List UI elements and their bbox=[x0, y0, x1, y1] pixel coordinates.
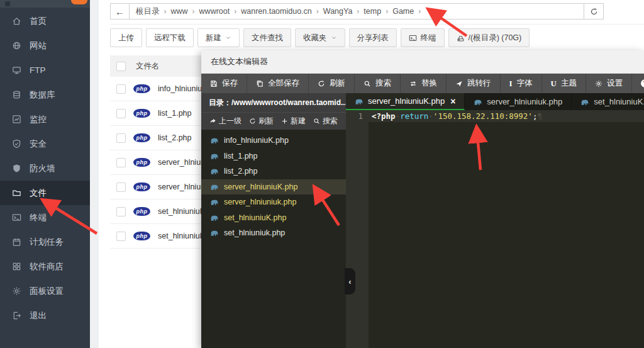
row-checkbox[interactable] bbox=[116, 158, 126, 167]
search-button[interactable]: 搜索 bbox=[355, 74, 401, 93]
file-name[interactable]: list_2.php bbox=[158, 133, 192, 142]
settings-button[interactable]: 设置 bbox=[586, 74, 632, 93]
database-icon bbox=[12, 90, 21, 99]
breadcrumb-bar: ← 根目录› www› wwwroot› wanren.taomiduo.cn›… bbox=[110, 3, 604, 20]
editor-body: 目录：/www/wwwroot/wanren.taomid... 上一级 刷新 … bbox=[201, 93, 644, 348]
breadcrumb: 根目录› www› wwwroot› wanren.taomiduo.cn› W… bbox=[130, 3, 584, 20]
favorites-button[interactable]: 收藏夹 bbox=[295, 28, 345, 47]
tree-file-item[interactable]: list_2.php bbox=[201, 164, 346, 179]
refresh-icon bbox=[249, 118, 256, 125]
tree-file-item[interactable]: info_hlniuniuK.php bbox=[201, 133, 346, 149]
breadcrumb-item[interactable]: wwwroot bbox=[199, 7, 230, 16]
tree-collapse-handle[interactable]: ‹ bbox=[345, 268, 355, 295]
refresh-button[interactable] bbox=[584, 3, 604, 20]
back-button[interactable]: ← bbox=[110, 3, 130, 20]
tab-server-hlniuniuK[interactable]: server_hlniuniuK.php × bbox=[346, 93, 465, 110]
sidebar-item-label: FTP bbox=[30, 65, 46, 75]
code-content[interactable]: <?php·return·'150.158.22.110:8992';¶ bbox=[369, 110, 644, 348]
sidebar-item-monitor[interactable]: 监控 bbox=[0, 107, 90, 132]
code-editor[interactable]: 1 <?php·return·'150.158.22.110:8992';¶ bbox=[346, 110, 644, 348]
row-checkbox[interactable] bbox=[116, 232, 126, 241]
php-badge: php bbox=[133, 158, 150, 167]
file-name: server_hlniuniuk.php bbox=[224, 198, 296, 206]
file-name[interactable]: list_1.php bbox=[158, 109, 192, 118]
row-checkbox[interactable] bbox=[116, 84, 126, 94]
font-button[interactable]: I 字体 bbox=[501, 74, 542, 93]
up-level-button[interactable]: 上一级 bbox=[209, 116, 242, 126]
breadcrumb-item[interactable]: wanren.taomiduo.cn bbox=[241, 7, 312, 16]
button-label: 新建 bbox=[206, 33, 221, 43]
button-label: 搜索 bbox=[375, 78, 391, 89]
remote-download-button[interactable]: 远程下载 bbox=[146, 28, 194, 47]
sidebar-item-label: 面板设置 bbox=[30, 286, 64, 297]
php-elephant-icon bbox=[210, 183, 219, 191]
sidebar-item-firewall[interactable]: 防火墙 bbox=[0, 156, 90, 181]
sidebar-item-files[interactable]: 文件 bbox=[0, 181, 90, 205]
sidebar-item-security[interactable]: 安全 bbox=[0, 132, 90, 156]
row-checkbox[interactable] bbox=[116, 182, 126, 192]
row-checkbox[interactable] bbox=[116, 133, 126, 143]
file-name: info_hlniuniuK.php bbox=[224, 136, 289, 145]
line-number-gutter: 1 bbox=[346, 110, 369, 348]
button-label: 刷新 bbox=[258, 116, 274, 126]
sidebar-item-home[interactable]: 首页 bbox=[0, 9, 90, 33]
goto-line-button[interactable]: 跳转行 bbox=[447, 74, 501, 93]
goto-line-icon bbox=[455, 80, 463, 87]
sidebar-item-logout[interactable]: 退出 bbox=[0, 303, 90, 328]
tree-search-button[interactable]: 搜索 bbox=[313, 116, 338, 126]
breadcrumb-item[interactable]: WangYa bbox=[323, 7, 353, 16]
tree-file-item[interactable]: server_hlniuniuk.php bbox=[201, 194, 346, 210]
row-checkbox[interactable] bbox=[116, 207, 126, 216]
tab-server-hlniuniuk[interactable]: server_hlniuniuk.php bbox=[465, 93, 572, 110]
code-line-1[interactable]: <?php·return·'150.158.22.110:8992';¶ bbox=[369, 110, 644, 122]
breadcrumb-item[interactable]: 根目录 bbox=[136, 6, 160, 17]
editor-file-tree: 目录：/www/wwwroot/wanren.taomid... 上一级 刷新 … bbox=[201, 93, 346, 348]
search-icon bbox=[313, 118, 320, 125]
sidebar-item-label: 网站 bbox=[30, 40, 47, 52]
save-all-button[interactable]: 全部保存 bbox=[247, 74, 309, 93]
sidebar-item-terminal[interactable]: 终端 bbox=[0, 205, 90, 230]
share-list-button[interactable]: 分享列表 bbox=[349, 28, 397, 47]
sidebar-item-settings[interactable]: 面板设置 bbox=[0, 279, 90, 303]
breadcrumb-item[interactable]: temp bbox=[364, 7, 381, 16]
tree-file-item-selected[interactable]: server_hlniuniuK.php bbox=[201, 179, 346, 195]
sidebar-item-appstore[interactable]: 软件商店 bbox=[0, 254, 90, 279]
new-button[interactable]: 新建 bbox=[197, 28, 240, 47]
sidebar-item-ftp[interactable]: FTP bbox=[0, 58, 90, 82]
select-all-checkbox[interactable] bbox=[116, 62, 126, 71]
upload-button[interactable]: 上传 bbox=[110, 28, 142, 47]
breadcrumb-separator: › bbox=[386, 7, 388, 16]
tree-file-item[interactable]: set_hlniuniuK.php bbox=[201, 210, 346, 226]
breadcrumb-item[interactable]: www bbox=[171, 7, 188, 16]
php-badge: php bbox=[133, 182, 150, 191]
hotkey-icon: ? bbox=[641, 79, 644, 87]
keyword-return: return bbox=[400, 111, 428, 121]
replace-button[interactable]: 替换 bbox=[401, 74, 447, 93]
search-icon bbox=[364, 80, 371, 87]
theme-button[interactable]: U 主题 bbox=[542, 74, 586, 93]
sidebar-item-website[interactable]: 网站 bbox=[0, 33, 90, 58]
root-disk-button[interactable]: /(根目录) (70G) bbox=[448, 28, 530, 47]
tree-file-item[interactable]: list_1.php bbox=[201, 149, 346, 164]
sidebar-item-database[interactable]: 数据库 bbox=[0, 82, 90, 107]
tree-refresh-button[interactable]: 刷新 bbox=[249, 116, 274, 126]
shield-check-icon bbox=[12, 139, 21, 149]
terminal-icon bbox=[12, 213, 21, 222]
editor-tabs: server_hlniuniuK.php × server_hlniuniuk.… bbox=[346, 93, 644, 110]
php-elephant-icon bbox=[210, 229, 219, 237]
tree-new-button[interactable]: 新建 bbox=[281, 116, 306, 126]
tab-set-hlniuniuK[interactable]: set_hlniuniuK.php bbox=[572, 93, 644, 110]
shield-icon bbox=[12, 164, 21, 173]
terminal-button[interactable]: 终端 bbox=[401, 28, 445, 47]
breadcrumb-separator: › bbox=[164, 7, 167, 16]
breadcrumb-item[interactable]: Game bbox=[392, 7, 414, 16]
save-button[interactable]: 保存 bbox=[201, 74, 247, 93]
hotkeys-button[interactable]: ? 快捷键 bbox=[632, 74, 644, 93]
refresh-button[interactable]: 刷新 bbox=[309, 74, 355, 93]
file-search-button[interactable]: 文件查找 bbox=[243, 28, 291, 47]
tree-file-item[interactable]: set_hlniuniuk.php bbox=[201, 225, 346, 241]
close-icon[interactable]: × bbox=[450, 96, 455, 106]
button-label: 全部保存 bbox=[268, 78, 299, 89]
row-checkbox[interactable] bbox=[116, 109, 126, 118]
sidebar-item-cron[interactable]: 计划任务 bbox=[0, 230, 90, 254]
